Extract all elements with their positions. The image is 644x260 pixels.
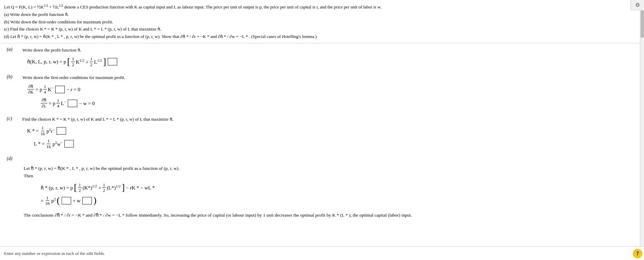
- part-d-text: Let π̂ * (p, r, w) = π̂(K * , L * , p, r…: [24, 165, 637, 179]
- part-a-statement: (a) Write down the profit function π̂.: [4, 11, 640, 18]
- help-button[interactable]: ?: [633, 249, 642, 258]
- part-b-label: (b): [7, 74, 12, 80]
- scroll-thumb[interactable]: [641, 11, 644, 38]
- input-c-k-exp[interactable]: [57, 127, 66, 135]
- footer-instruction: Enter any number or expression in each o…: [4, 251, 105, 256]
- left-bracket-a: [: [67, 57, 70, 66]
- part-d-label: (d): [7, 156, 12, 161]
- part-d-formulas: π̂ * (p, r, w) = p [ 1 2 (K*)1/2 + 1 2 (…: [41, 182, 637, 206]
- input-a-main[interactable]: [108, 58, 117, 65]
- frac-1-4-b1: 1 4: [43, 84, 47, 95]
- part-b-formulas: ∂π̂ ∂K = p 1 4 K− − r = 0 ∂π̂ ∂L = p: [27, 84, 637, 109]
- part-d: (d) Let π̂ * (p, r, w) = π̂(K * , L * , …: [7, 156, 637, 219]
- settings-bar: ⚙: [630, 0, 644, 10]
- frac-1-2-d2: 1 2: [102, 182, 106, 193]
- part-b-statement: (b) Write down the first-order condition…: [4, 19, 640, 25]
- problem-intro: Let Q = F(K, L) = ½K1/2 + ½L1/2 denote a…: [4, 3, 640, 11]
- frac-1-16-d: 1 16: [44, 195, 50, 206]
- frac-1-2-d1: 1 2: [78, 182, 82, 193]
- part-a: (a) Write down the profit function π̂. π…: [7, 47, 637, 67]
- part-a-header: (a) Write down the profit function π̂.: [7, 47, 637, 53]
- frac-1-16-c1: 1 16: [40, 125, 45, 136]
- main-content: (a) Write down the profit function π̂. π…: [0, 43, 644, 246]
- part-d-statement: (d) Let π̂ * (p, r, w) = π̂(K * , L * , …: [4, 33, 640, 40]
- part-c: (c) Find the choices K * = K * (p, r, w)…: [7, 116, 637, 149]
- part-b: (b) Write down the first-order condition…: [7, 74, 637, 109]
- scrollbar[interactable]: [640, 10, 644, 246]
- part-b-eq2: ∂π̂ ∂L = p 1 4 L− − w = 0: [41, 97, 637, 109]
- part-a-description: Write down the profit function π̂.: [22, 47, 81, 53]
- part-d-conclusion: The conclusions ∂π̂ * / ∂r = −K * and ∂π…: [24, 212, 637, 219]
- part-a-eq: π̂(K, L, p, r, w) = p [ 1 2 K1/2 + 1 2 L…: [27, 56, 637, 67]
- part-d-text2: Then: [24, 172, 637, 180]
- left-bracket-d: [: [74, 183, 77, 192]
- frac-1-2-a2: 1 2: [89, 56, 93, 67]
- part-c-statement: (c) Find the choices K * = K * (p, r, w)…: [4, 26, 640, 33]
- part-d-eq2: = 1 16 p2 ( + w ): [41, 195, 637, 206]
- conclusion-text: The conclusions ∂π̂ * / ∂r = −K * and ∂π…: [24, 212, 637, 219]
- frac-1-4-b2: 1 4: [56, 98, 60, 109]
- part-b-description: Write down the first-order conditions fo…: [22, 75, 125, 80]
- gear-icon[interactable]: ⚙: [635, 2, 640, 8]
- partial-pi-L: ∂π̂ ∂L: [41, 97, 47, 109]
- footer-bar: Enter any number or expression in each o…: [0, 246, 644, 260]
- input-d-w-term[interactable]: [82, 197, 92, 204]
- part-d-header: (d): [7, 156, 637, 161]
- right-bracket-d: ]: [122, 183, 125, 192]
- part-c-eq-k: K * = 1 16 p2r−: [27, 125, 637, 136]
- frac-1-2-a1: 1 2: [71, 56, 75, 67]
- input-c-l-exp[interactable]: [64, 140, 74, 147]
- part-d-text1: Let π̂ * (p, r, w) = π̂(K * , L * , p, r…: [24, 165, 637, 172]
- input-d-r-term[interactable]: [62, 197, 71, 204]
- part-c-header: (c) Find the choices K * = K * (p, r, w)…: [7, 116, 637, 122]
- right-paren-d: ): [94, 196, 97, 205]
- part-c-formulas: K * = 1 16 p2r− L * = 1 16 p2w−: [27, 125, 637, 149]
- part-d-eq1: π̂ * (p, r, w) = p [ 1 2 (K*)1/2 + 1 2 (…: [41, 182, 637, 193]
- part-c-label: (c): [7, 116, 12, 121]
- frac-1-16-c2: 1 16: [46, 138, 51, 149]
- part-b-header: (b) Write down the first-order condition…: [7, 74, 637, 80]
- left-paren-d: (: [57, 196, 60, 205]
- input-b-l-exp[interactable]: [68, 100, 77, 107]
- partial-pi-K: ∂π̂ ∂K: [27, 84, 35, 96]
- part-c-description: Find the choices K * = K * (p, r, w) of …: [22, 117, 174, 122]
- input-b-k-exp[interactable]: [55, 86, 65, 93]
- right-bracket-a: ]: [103, 57, 106, 66]
- part-b-eq1: ∂π̂ ∂K = p 1 4 K− − r = 0: [27, 84, 637, 96]
- problem-statement: Let Q = F(K, L) = ½K1/2 + ½L1/2 denote a…: [0, 0, 644, 43]
- part-a-formula: π̂(K, L, p, r, w) = p [ 1 2 K1/2 + 1 2 L…: [27, 56, 637, 67]
- part-a-label: (a): [7, 47, 12, 52]
- part-c-eq-l: L * = 1 16 p2w−: [34, 138, 637, 149]
